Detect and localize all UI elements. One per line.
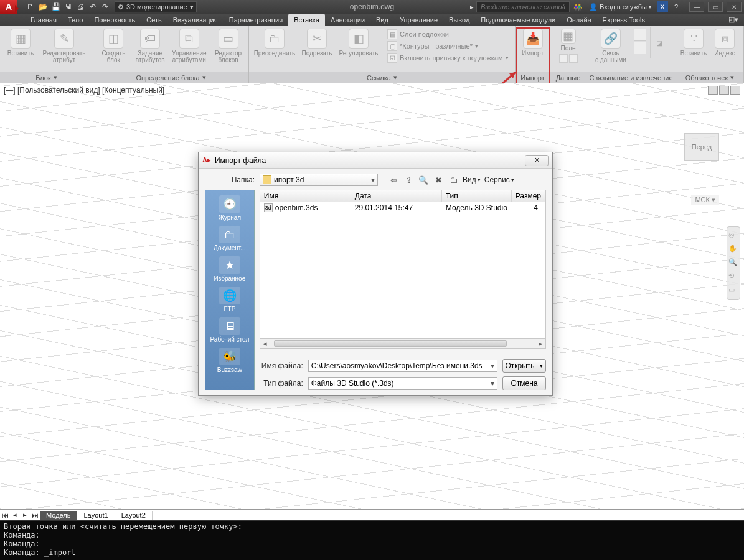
signin-button[interactable]: 👤Вход в службы▾ xyxy=(586,1,654,12)
panel-pointcloud-title[interactable]: Облако точек▾ xyxy=(676,72,743,83)
scroll-thumb[interactable] xyxy=(274,340,507,347)
close-button[interactable]: ✕ xyxy=(727,2,742,12)
data-small-2-icon[interactable] xyxy=(569,54,578,63)
panel-block-title[interactable]: Блок▾ xyxy=(0,72,93,83)
snap-underlay-button[interactable]: ☑Включить привязку к подложкам▾ xyxy=(385,52,511,63)
filename-combobox[interactable]: C:\Users\aosmyakov\Desktop\Temp\Без имен… xyxy=(308,360,497,372)
steering-wheel-icon[interactable]: ◎ xyxy=(728,231,738,241)
tab-home[interactable]: Главная xyxy=(25,14,62,26)
scroll-left-icon[interactable]: ◂ xyxy=(260,339,270,348)
exchange-icon[interactable]: X xyxy=(657,1,668,12)
dialog-titlebar[interactable]: A▸ Импорт файла ✕ xyxy=(199,152,552,169)
tab-expand-icon[interactable]: ◰▾ xyxy=(723,14,744,26)
scroll-right-icon[interactable]: ▸ xyxy=(535,339,545,348)
cancel-button[interactable]: Отмена xyxy=(502,376,546,390)
orbit-icon[interactable]: ⟲ xyxy=(728,272,738,282)
col-size[interactable]: Размер xyxy=(512,190,545,202)
extract-2-icon[interactable] xyxy=(634,42,646,54)
minimize-button[interactable]: — xyxy=(689,2,704,12)
data-link-button[interactable]: 🔗Связь с данными xyxy=(589,27,633,65)
layout-tab-2[interactable]: Layout2 xyxy=(115,511,153,520)
content-explorer-icon[interactable]: ◪ xyxy=(650,27,667,58)
manage-attributes-button[interactable]: ⧉Управление атрибутами xyxy=(169,27,210,65)
new-icon[interactable]: 🗋 xyxy=(25,1,36,12)
col-name[interactable]: Имя xyxy=(260,190,351,202)
adjust-button[interactable]: ◧Регулировать xyxy=(336,27,381,58)
tab-insert[interactable]: Вставка xyxy=(288,14,325,26)
app-menu-button[interactable]: A xyxy=(0,0,17,14)
tab-visualize[interactable]: Визуализация xyxy=(167,14,224,26)
viewport-label[interactable]: [—] [Пользовательский вид] [Концептуальн… xyxy=(4,86,164,95)
insert-block-button[interactable]: ▦Вставить xyxy=(2,27,39,58)
tools-menu[interactable]: Сервис▾ xyxy=(484,175,514,184)
panel-import-title[interactable]: Импорт xyxy=(516,72,550,83)
file-list[interactable]: 3dopenbim.3ds 29.01.2014 15:47 Модель 3D… xyxy=(260,202,546,339)
field-button[interactable]: ▦Поле xyxy=(558,27,579,53)
layout-first-icon[interactable]: ⏮ xyxy=(0,510,10,520)
create-block-button[interactable]: ◫Создать блок xyxy=(96,27,131,65)
up-icon[interactable]: ⇪ xyxy=(403,174,414,185)
panel-blockdef-title[interactable]: Определение блока▾ xyxy=(93,72,248,83)
redo-icon[interactable]: ↷ xyxy=(100,1,111,12)
maximize-button[interactable]: ▭ xyxy=(708,2,723,12)
zoom-icon[interactable]: 🔍 xyxy=(728,258,738,268)
tab-annotate[interactable]: Аннотации xyxy=(325,14,370,26)
infocenter-icon[interactable]: 👫 xyxy=(572,1,583,12)
tab-plugins[interactable]: Подключаемые модули xyxy=(475,14,561,26)
import-button[interactable]: 📥Импорт xyxy=(518,27,547,58)
dialog-close-button[interactable]: ✕ xyxy=(525,155,549,166)
filetype-combobox[interactable]: Файлы 3D Studio (*.3ds)▾ xyxy=(308,377,497,390)
tab-mesh[interactable]: Сеть xyxy=(141,14,167,26)
view-menu[interactable]: Вид▾ xyxy=(463,175,481,184)
file-row[interactable]: 3dopenbim.3ds 29.01.2014 15:47 Модель 3D… xyxy=(260,202,545,213)
extract-1-icon[interactable] xyxy=(634,29,646,41)
saveas-icon[interactable]: 🖫 xyxy=(62,1,73,12)
panel-reference-title[interactable]: Ссылка▾ xyxy=(249,72,515,83)
tab-parametric[interactable]: Параметризация xyxy=(224,14,288,26)
open-icon[interactable]: 📂 xyxy=(37,1,49,12)
edit-attribute-button[interactable]: ✎Редактировать атрибут xyxy=(40,27,88,65)
vp-maximize-icon[interactable] xyxy=(719,86,729,95)
wcs-label[interactable]: МСК ▾ xyxy=(691,195,719,205)
attach-button[interactable]: 🗀Присоединить xyxy=(252,27,298,58)
showmotion-icon[interactable]: ▭ xyxy=(728,286,738,296)
place-desktop[interactable]: 🖥Рабочий стол xyxy=(205,316,254,344)
file-list-hscroll[interactable]: ◂ ▸ xyxy=(260,339,546,349)
vp-close-icon[interactable] xyxy=(730,86,740,95)
command-line[interactable]: Вторая точка или <считать перемещением п… xyxy=(0,520,744,560)
clip-button[interactable]: ✂Подрезать xyxy=(299,27,335,58)
file-list-header[interactable]: Имя Дата Тип Размер xyxy=(260,190,546,202)
workspace-dropdown[interactable]: ⚙3D моделирование▾ xyxy=(115,1,197,12)
viewcube[interactable]: Перед xyxy=(684,133,719,161)
tab-online[interactable]: Онлайн xyxy=(561,14,596,26)
place-buzzsaw[interactable]: 🐝Buzzsaw xyxy=(205,347,254,375)
tab-view[interactable]: Вид xyxy=(370,14,394,26)
layout-tab-model[interactable]: Модель xyxy=(40,511,77,520)
place-documents[interactable]: 🗀Документ... xyxy=(205,225,254,253)
pc-index-button[interactable]: ⧈Индекс xyxy=(710,27,740,58)
col-date[interactable]: Дата xyxy=(351,190,442,202)
search-web-icon[interactable]: 🔍 xyxy=(418,174,429,185)
place-history[interactable]: 🕘Журнал xyxy=(205,194,254,222)
print-icon[interactable]: 🖨 xyxy=(75,1,86,12)
help-icon[interactable]: ? xyxy=(671,1,682,12)
save-icon[interactable]: 💾 xyxy=(50,1,61,12)
new-folder-icon[interactable]: 🗀 xyxy=(448,174,459,185)
undo-icon[interactable]: ↶ xyxy=(87,1,98,12)
underlay-layers-button[interactable]: ▤Слои подложки xyxy=(385,29,511,40)
place-favorites[interactable]: ★Избранное xyxy=(205,255,254,283)
delete-icon[interactable]: ✖ xyxy=(433,174,444,185)
layout-prev-icon[interactable]: ◂ xyxy=(10,510,20,520)
tab-solid[interactable]: Тело xyxy=(62,14,89,26)
layout-tab-1[interactable]: Layout1 xyxy=(77,511,115,520)
frames-button[interactable]: ▢*Контуры - различные*▾ xyxy=(385,40,511,52)
layout-next-icon[interactable]: ▸ xyxy=(20,510,30,520)
block-editor-button[interactable]: ▭Редактор блоков xyxy=(210,27,246,65)
define-attributes-button[interactable]: 🏷Задание атрибутов xyxy=(133,27,168,65)
tab-express[interactable]: Express Tools xyxy=(597,14,651,26)
layout-last-icon[interactable]: ⏭ xyxy=(30,510,40,520)
place-ftp[interactable]: 🌐FTP xyxy=(205,286,254,314)
pc-insert-button[interactable]: ∵Вставить xyxy=(679,27,709,58)
tab-surface[interactable]: Поверхность xyxy=(88,14,141,26)
open-button[interactable]: Открыть xyxy=(502,359,546,373)
